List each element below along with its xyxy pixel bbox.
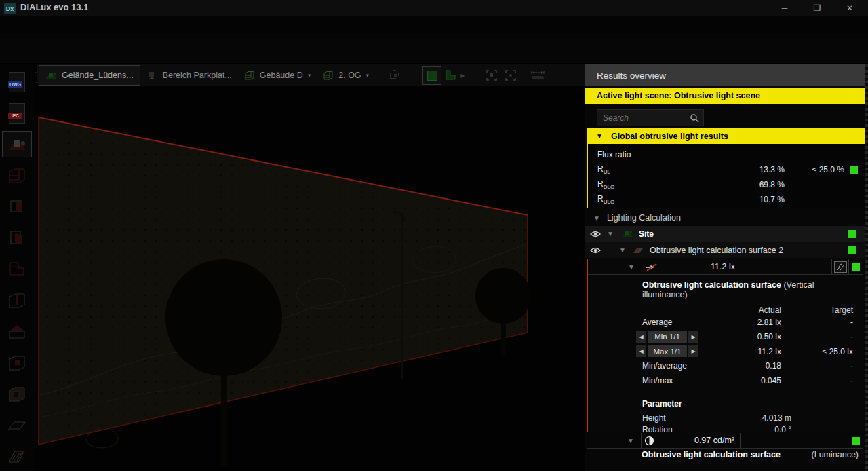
area-icon — [146, 71, 158, 80]
flux-value: 69.8 % — [730, 180, 785, 189]
light-pole — [401, 219, 403, 379]
luminance-contrast-icon — [644, 436, 654, 446]
luminance-result-row[interactable]: ▼ 0.97 cd/m² — [587, 433, 863, 449]
detail-row-max: ◀ Max 1/1 ▶ 11.2 lx ≤ 25.0 lx — [642, 344, 853, 359]
max-prev-button[interactable]: ◀ — [636, 345, 646, 357]
detail-row-min-max: Min/max 0.045 - — [642, 373, 853, 388]
room-tool-icon — [7, 197, 26, 216]
close-button[interactable]: ✕ — [834, 0, 865, 16]
active-scene-banner: Active light scene: Obtrusive light scen… — [585, 88, 865, 104]
flux-target: ≤ 25.0 % — [785, 165, 844, 174]
min-prev-button[interactable]: ◀ — [636, 331, 646, 343]
search-icon[interactable] — [690, 113, 699, 123]
roof-tool[interactable] — [2, 318, 32, 345]
door-tool-icon — [7, 229, 26, 248]
storey-tool[interactable] — [2, 162, 32, 189]
pass-indicator — [852, 263, 860, 271]
pass-indicator — [852, 437, 860, 445]
window-title: DIALux evo 13.1 — [20, 2, 88, 12]
tab-storey[interactable]: 2. OG ▾ — [317, 65, 375, 86]
l-room-tool[interactable] — [2, 256, 32, 282]
column-tool-icon — [7, 291, 27, 310]
result-detail: Obtrusive light calculation surface (Ver… — [642, 276, 853, 436]
collapse-triangle-icon[interactable]: ▼ — [593, 214, 600, 222]
tree-trunk — [221, 364, 227, 466]
section-plane-button[interactable] — [386, 66, 405, 85]
tree-crown — [165, 259, 282, 376]
results-panel: Results overview Active light scene: Obt… — [585, 64, 868, 471]
collapse-triangle-icon[interactable]: ▼ — [628, 263, 635, 271]
zoom-to-fit-button[interactable] — [501, 66, 520, 85]
pass-indicator — [850, 166, 858, 174]
dwg-file-icon: DWG — [9, 72, 25, 92]
opening-tool[interactable] — [2, 350, 32, 376]
filled-surface-icon — [427, 71, 437, 81]
tree-lighting-calculation[interactable]: ▼ Lighting Calculation — [585, 210, 865, 225]
eye-visibility-icon[interactable] — [590, 246, 601, 255]
zoom-selection-icon — [486, 69, 498, 81]
result-value: 0.97 cd/m² — [654, 436, 734, 445]
collapse-triangle-icon[interactable]: ▼ — [596, 132, 603, 140]
tree-surface2-row[interactable]: ▼ Obtrusive light calculation surface 2 — [585, 242, 865, 258]
construction-tool-sidebar: DWG IFC — [0, 64, 34, 471]
title-bar: Dx DIALux evo 13.1 ─ ❐ ✕ — [0, 0, 868, 16]
isolines-button[interactable] — [834, 261, 847, 273]
storey-icon — [323, 71, 334, 80]
dwg-import-tool[interactable]: DWG — [2, 69, 32, 95]
panel-title: Results overview — [597, 71, 666, 81]
max-page-label[interactable]: Max 1/1 — [648, 345, 687, 357]
tab-site[interactable]: Gelände_Lüdens... — [39, 65, 140, 86]
global-results-header[interactable]: ▼ Global obtrusive light results — [588, 128, 865, 144]
measure-button[interactable] — [528, 66, 547, 85]
opening-tool-icon — [7, 354, 27, 373]
door-tool[interactable] — [2, 225, 32, 251]
display-flyout-icon[interactable]: ▶ — [460, 73, 465, 79]
calc-surface-tool[interactable] — [2, 443, 32, 470]
tree-site-row[interactable]: ▼ Site — [585, 226, 865, 242]
site-tool[interactable] — [2, 131, 32, 157]
min-next-button[interactable]: ▶ — [688, 331, 698, 343]
eye-visibility-icon[interactable] — [590, 230, 601, 238]
hatched-surface-icon — [7, 449, 27, 465]
minimize-button[interactable]: ─ — [769, 0, 800, 16]
room-tool[interactable] — [2, 193, 32, 220]
pass-indicator — [848, 230, 856, 238]
vertical-illuminance-icon — [645, 263, 658, 271]
panel-scrollbar[interactable] — [865, 64, 868, 471]
main-toolbar: ← → Project Construction Light Calculati… — [0, 33, 868, 63]
maximize-button[interactable]: ❐ — [802, 0, 833, 16]
search-box — [597, 109, 704, 126]
illuminance-result-row[interactable]: ▼ 11.2 lx — [588, 259, 863, 275]
flux-ratio-group: Flux ratio — [588, 147, 865, 162]
site-icon — [45, 71, 57, 80]
zoom-fit-icon — [505, 69, 517, 81]
tab-building[interactable]: Gebäude D ▾ — [238, 65, 317, 86]
app-logo-icon: Dx — [4, 3, 16, 14]
column-tool[interactable] — [2, 287, 32, 314]
display-mode-button[interactable] — [422, 66, 441, 85]
collapse-triangle-icon[interactable]: ▼ — [619, 246, 626, 254]
ceiling-tool-icon — [7, 418, 27, 433]
collapse-triangle-icon[interactable]: ▼ — [607, 230, 614, 238]
window-tool[interactable] — [2, 381, 32, 407]
3d-viewport[interactable] — [34, 86, 585, 471]
roof-tool-icon — [7, 323, 27, 341]
search-input[interactable] — [597, 113, 690, 123]
max-next-button[interactable]: ▶ — [688, 345, 698, 357]
collapse-triangle-icon[interactable]: ▼ — [627, 437, 634, 445]
tab-area[interactable]: Bereich Parkplat... — [140, 65, 238, 86]
flux-value: 13.3 % — [730, 165, 785, 174]
ruler-icon — [530, 69, 545, 81]
ceiling-tool[interactable] — [2, 412, 32, 438]
window-tool-icon — [7, 385, 27, 404]
section-icon — [389, 69, 401, 81]
tree-crown — [475, 268, 531, 324]
detail-column-headers: Actual Target — [642, 305, 853, 315]
false-color-button[interactable] — [441, 66, 460, 85]
ifc-import-tool[interactable]: IFC — [2, 100, 32, 126]
flux-row-rulo: RULO 10.7 % — [588, 192, 865, 207]
luminance-detail-title: Obtrusive light calculation surface (Lum… — [642, 450, 859, 459]
min-page-label[interactable]: Min 1/1 — [648, 331, 687, 343]
selected-result-block: ▼ 11.2 lx Obtrusive light calculation su… — [587, 259, 863, 432]
zoom-to-selection-button[interactable] — [482, 66, 501, 85]
